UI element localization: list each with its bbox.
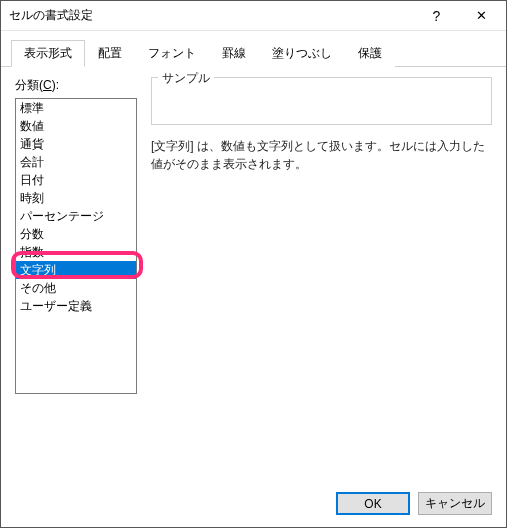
- category-label: 分類(C):: [15, 77, 137, 94]
- tab-number-format[interactable]: 表示形式: [11, 40, 85, 67]
- list-item[interactable]: ユーザー定義: [16, 297, 136, 315]
- title-bar: セルの書式設定 ? ✕: [1, 1, 506, 31]
- category-listbox[interactable]: 標準 数値 通貨 会計 日付 時刻 パーセンテージ 分数 指数 文字列 その他 …: [15, 98, 137, 394]
- list-item[interactable]: 数値: [16, 117, 136, 135]
- list-item-selected[interactable]: 文字列: [16, 261, 136, 279]
- tab-alignment[interactable]: 配置: [85, 40, 135, 67]
- list-item[interactable]: 時刻: [16, 189, 136, 207]
- close-button[interactable]: ✕: [459, 1, 504, 30]
- help-button[interactable]: ?: [414, 1, 459, 30]
- list-item[interactable]: 指数: [16, 243, 136, 261]
- sample-value: [160, 90, 483, 104]
- tab-font[interactable]: フォント: [135, 40, 209, 67]
- label-suffix: ):: [52, 78, 59, 92]
- tab-protection[interactable]: 保護: [345, 40, 395, 67]
- format-cells-dialog: セルの書式設定 ? ✕ 表示形式 配置 フォント 罫線 塗りつぶし 保護 分類(…: [0, 0, 507, 528]
- list-item[interactable]: パーセンテージ: [16, 207, 136, 225]
- dialog-title: セルの書式設定: [9, 7, 414, 24]
- label-prefix: 分類(: [15, 78, 43, 92]
- list-item[interactable]: 日付: [16, 171, 136, 189]
- list-item[interactable]: 通貨: [16, 135, 136, 153]
- format-description: [文字列] は、数値も文字列として扱います。セルには入力した値がそのまま表示され…: [151, 137, 492, 173]
- list-item[interactable]: 会計: [16, 153, 136, 171]
- detail-column: サンプル [文字列] は、数値も文字列として扱います。セルには入力した値がそのま…: [151, 77, 492, 470]
- tab-content: 分類(C): 標準 数値 通貨 会計 日付 時刻 パーセンテージ 分数 指数 文…: [1, 67, 506, 480]
- sample-group: サンプル: [151, 77, 492, 125]
- list-item[interactable]: 分数: [16, 225, 136, 243]
- ok-button[interactable]: OK: [336, 492, 410, 515]
- sample-label: サンプル: [158, 70, 214, 87]
- main-row: 分類(C): 標準 数値 通貨 会計 日付 時刻 パーセンテージ 分数 指数 文…: [15, 77, 492, 470]
- dialog-buttons: OK キャンセル: [1, 480, 506, 527]
- category-column: 分類(C): 標準 数値 通貨 会計 日付 時刻 パーセンテージ 分数 指数 文…: [15, 77, 137, 470]
- tab-fill[interactable]: 塗りつぶし: [259, 40, 345, 67]
- label-accelerator: C: [43, 78, 52, 92]
- cancel-button[interactable]: キャンセル: [418, 492, 492, 515]
- list-item[interactable]: 標準: [16, 99, 136, 117]
- category-listbox-wrap: 標準 数値 通貨 会計 日付 時刻 パーセンテージ 分数 指数 文字列 その他 …: [15, 98, 137, 470]
- tab-strip: 表示形式 配置 フォント 罫線 塗りつぶし 保護: [1, 31, 506, 67]
- help-icon: ?: [433, 8, 441, 24]
- close-icon: ✕: [476, 8, 487, 23]
- tab-border[interactable]: 罫線: [209, 40, 259, 67]
- list-item[interactable]: その他: [16, 279, 136, 297]
